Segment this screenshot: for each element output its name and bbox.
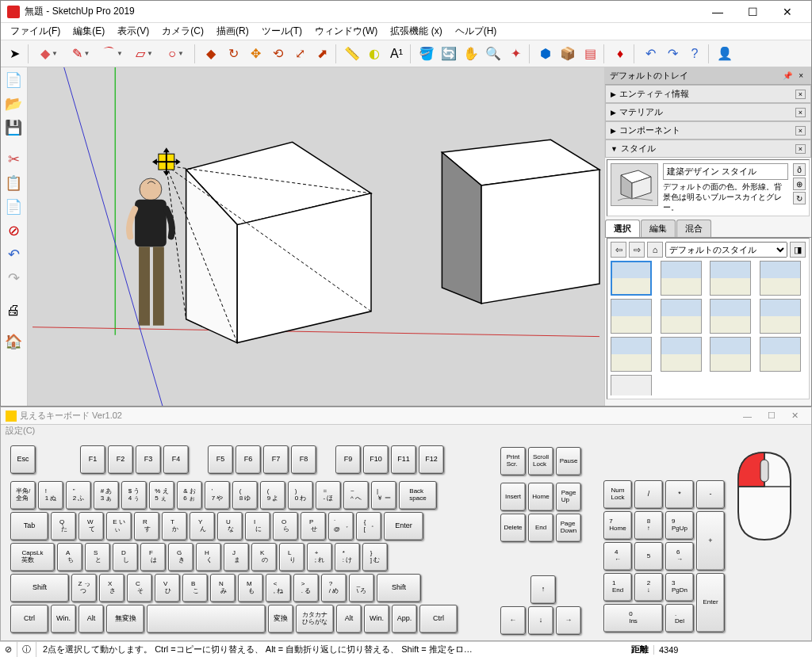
key-capslock[interactable]: CapsLk 英数 [10, 543, 55, 571]
move-tool-icon[interactable]: ✥ [245, 44, 266, 64]
style-item[interactable] [611, 375, 652, 395]
rectangle-tool-icon[interactable]: ▱▼ [129, 44, 159, 64]
style-thumbnail[interactable] [611, 163, 658, 206]
key-right[interactable]: → [556, 606, 581, 635]
key-f[interactable]: F は [140, 543, 166, 571]
key-katakana[interactable]: カタカナ ひらがな [296, 605, 334, 633]
key-enter[interactable]: Enter [384, 512, 423, 540]
eraser-tool-icon[interactable]: ◆▼ [34, 44, 64, 64]
key-rshift[interactable]: Shift [377, 574, 421, 602]
key-pagedown[interactable]: Page Down [556, 514, 581, 542]
key-9[interactable]: ( 9 よ [260, 481, 285, 510]
key-x[interactable]: X さ [99, 574, 124, 602]
key-np-1[interactable]: 1 End [603, 573, 632, 602]
key-lalt[interactable]: Alt [79, 605, 104, 633]
key-rwin[interactable]: Win. [364, 605, 389, 633]
key-np-sub[interactable]: - [696, 480, 725, 509]
key-f11[interactable]: F11 [391, 445, 416, 474]
menu-window[interactable]: ウィンドウ(W) [308, 22, 384, 40]
delete-icon[interactable]: ⊘ [2, 220, 25, 242]
minimize-button[interactable]: — [700, 2, 735, 22]
key-ralt[interactable]: Alt [336, 605, 362, 633]
key-f3[interactable]: F3 [136, 445, 161, 474]
style-collection-select[interactable]: デフォルトのスタイル [665, 242, 787, 258]
key-w[interactable]: W て [79, 512, 104, 540]
key-np-8[interactable]: 8 ↑ [634, 511, 663, 540]
key-i[interactable]: I に [245, 512, 270, 540]
key-muhenkan[interactable]: 無変換 [106, 605, 144, 633]
key-np-9[interactable]: 9 PgUp [665, 511, 694, 540]
key-yen[interactable]: | ￥ ー [371, 481, 396, 510]
paint-tool-icon[interactable]: 🪣 [416, 44, 437, 64]
pan-tool-icon[interactable]: ✋ [461, 44, 481, 64]
key-7[interactable]: ' 7 や [205, 481, 230, 510]
key-henkan[interactable]: 変換 [268, 605, 293, 633]
key-np-dot[interactable]: . Del [665, 604, 694, 632]
menu-edit[interactable]: 編集(E) [67, 22, 111, 40]
tab-select[interactable]: 選択 [605, 220, 640, 237]
kbd-max-icon[interactable]: ☐ [760, 411, 783, 421]
key-f5[interactable]: F5 [208, 445, 233, 474]
key-slash[interactable]: ? / め [321, 574, 347, 602]
component-icon[interactable]: 📦 [557, 44, 578, 64]
key-k[interactable]: K の [251, 543, 277, 571]
undo2-icon[interactable]: ↶ [2, 243, 25, 265]
offset-tool-icon[interactable]: ↻ [223, 44, 243, 64]
panel-close-icon[interactable]: × [795, 126, 806, 136]
3d-viewport[interactable] [28, 67, 605, 406]
panel-component[interactable]: ▶コンポーネント× [605, 121, 811, 139]
status-icon-1[interactable]: ⊘ [0, 642, 17, 657]
layers-icon[interactable]: ▤ [580, 44, 600, 64]
key-at[interactable]: ` @ ゛ [328, 512, 354, 540]
key-delete[interactable]: Delete [500, 514, 526, 542]
key-np-4[interactable]: 4 ← [603, 542, 632, 571]
copy-icon[interactable]: 📋 [2, 172, 25, 194]
key-rctrl[interactable]: Ctrl [419, 605, 458, 633]
key-g[interactable]: G き [168, 543, 193, 571]
key-f2[interactable]: F2 [108, 445, 133, 474]
key-np-add[interactable]: + [696, 511, 725, 571]
zoom-tool-icon[interactable]: 🔍 [483, 44, 504, 64]
menu-camera[interactable]: カメラ(C) [155, 22, 210, 40]
style-item[interactable] [760, 337, 801, 372]
key-np-5[interactable]: 5 [634, 542, 663, 571]
key-np-mul[interactable]: * [665, 480, 694, 509]
key-backspace[interactable]: Back space [399, 481, 437, 510]
key-space[interactable] [147, 605, 266, 633]
user-icon[interactable]: 👤 [714, 44, 735, 64]
key-pause[interactable]: Pause [556, 447, 581, 476]
ruby-icon[interactable]: ♦ [610, 44, 630, 64]
key-p[interactable]: P せ [301, 512, 326, 540]
open-icon[interactable]: 📂 [2, 93, 25, 115]
key-y[interactable]: Y ん [190, 512, 215, 540]
menu-extensions[interactable]: 拡張機能 (x) [384, 22, 448, 40]
key-printscr[interactable]: Print Scr. [500, 447, 526, 476]
key-o[interactable]: O ら [273, 512, 298, 540]
key-hankaku[interactable]: 半角/ 全角 [10, 481, 36, 510]
key-esc[interactable]: Esc [10, 445, 36, 474]
key-f1[interactable]: F1 [80, 445, 105, 474]
key-caret[interactable]: ~ ^ へ [343, 481, 369, 510]
style-update-icon[interactable]: ð [793, 163, 806, 176]
redo2-icon[interactable]: ↷ [2, 267, 25, 289]
tray-pin-icon[interactable]: 📌 [779, 71, 795, 80]
key-t[interactable]: T か [162, 512, 187, 540]
key-f10[interactable]: F10 [363, 445, 389, 474]
menu-draw[interactable]: 描画(R) [210, 22, 255, 40]
key-0[interactable]: ) 0 わ [288, 481, 313, 510]
panel-close-icon[interactable]: × [795, 90, 806, 99]
key-np-2[interactable]: 2 ↓ [634, 573, 663, 602]
menu-tools[interactable]: ツール(T) [255, 22, 308, 40]
key-l[interactable]: L り [279, 543, 304, 571]
key-h[interactable]: H く [196, 543, 221, 571]
key-np-div[interactable]: / [634, 480, 663, 509]
cut-icon[interactable]: ✂ [2, 148, 25, 170]
menu-file[interactable]: ファイル(F) [4, 22, 67, 40]
scale-tool-icon[interactable]: ⤢ [289, 44, 310, 64]
style-item[interactable] [611, 337, 652, 372]
key-3[interactable]: # あ 3 ぁ [94, 481, 119, 510]
key-down[interactable]: ↓ [528, 606, 553, 635]
key-n[interactable]: N み [210, 574, 236, 602]
key-f7[interactable]: F7 [263, 445, 289, 474]
panel-material[interactable]: ▶マテリアル× [605, 103, 811, 121]
